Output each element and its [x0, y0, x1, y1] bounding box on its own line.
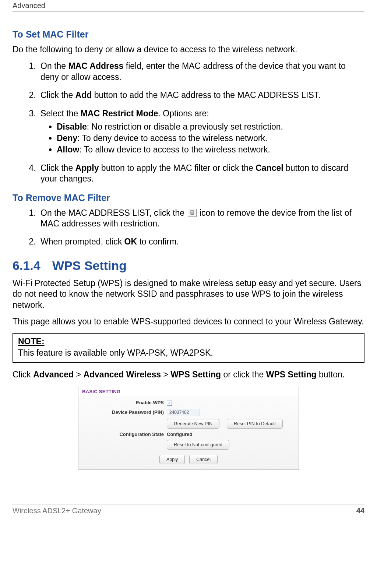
set-step-2: Click the Add button to add the MAC addr… — [38, 90, 364, 101]
options-list: Disable: No restriction or disable a pre… — [40, 121, 364, 155]
svg-rect-2 — [191, 210, 193, 211]
heading-remove-mac-filter: To Remove MAC Filter — [13, 193, 364, 203]
text: On the — [40, 61, 68, 71]
text: On the MAC ADDRESS LIST, click the — [40, 208, 187, 218]
bold: OK — [124, 237, 137, 246]
page-footer: Wireless ADSL2+ Gateway 44 — [13, 504, 364, 520]
bold: Advanced — [33, 370, 74, 379]
text: button to add the MAC address to the MAC… — [92, 90, 320, 100]
heading-wps-setting: 6.1.4WPS Setting — [13, 258, 364, 273]
bold: Disable — [57, 122, 87, 131]
text: Click the — [40, 90, 75, 100]
text: When prompted, click — [40, 237, 124, 246]
note-box: NOTE: This feature is available only WPA… — [13, 333, 364, 363]
apply-button[interactable]: Apply — [159, 455, 185, 464]
text: to confirm. — [137, 237, 179, 246]
reset-not-configured-button[interactable]: Reset to Not-configured — [167, 440, 229, 450]
wps-para-1: Wi-Fi Protected Setup (WPS) is designed … — [13, 278, 364, 310]
set-step-4: Click the Apply button to apply the MAC … — [38, 163, 364, 184]
bold: Cancel — [256, 163, 283, 173]
remove-step-1: On the MAC ADDRESS LIST, click the icon … — [38, 208, 364, 229]
text: > — [161, 370, 170, 379]
set-step-1: On the MAC Address field, enter the MAC … — [38, 61, 364, 82]
config-state-label: Configuration State — [82, 432, 167, 437]
footer-page-number: 44 — [356, 507, 364, 515]
panel-title: BASIC SETTING — [78, 386, 299, 396]
trash-icon — [188, 209, 197, 217]
text: Click the — [40, 163, 75, 173]
bold: Deny — [57, 133, 77, 143]
generate-new-pin-button[interactable]: Generate New PIN — [167, 419, 219, 429]
section-number: 6.1.4 — [13, 258, 52, 273]
text: Select the — [40, 109, 81, 118]
option-allow: Allow: To allow device to access to the … — [57, 144, 364, 155]
wps-nav-path: Click Advanced > Advanced Wireless > WPS… — [13, 369, 364, 380]
text: button. — [317, 370, 345, 379]
text: button to apply the MAC filter or click … — [99, 163, 256, 173]
option-disable: Disable: No restriction or disable a pre… — [57, 121, 364, 133]
set-step-3: Select the MAC Restrict Mode. Options ar… — [38, 108, 364, 155]
wps-panel-screenshot: BASIC SETTING Enable WPS ✓ Device Passwo… — [78, 386, 299, 470]
bold: WPS Setting — [266, 370, 317, 379]
bold: Apply — [75, 163, 99, 173]
text: Click — [13, 370, 33, 379]
remove-steps: On the MAC ADDRESS LIST, click the icon … — [13, 208, 364, 247]
config-state-value: Configured — [167, 432, 192, 437]
reset-pin-default-button[interactable]: Reset PIN to Default — [227, 419, 283, 429]
text: > — [74, 370, 83, 379]
bold: MAC Address — [68, 61, 123, 71]
remove-step-2: When prompted, click OK to confirm. — [38, 236, 364, 247]
bold: Allow — [57, 145, 79, 154]
text: : To allow device to access to the wirel… — [79, 145, 270, 154]
wps-para-2: This page allows you to enable WPS-suppo… — [13, 316, 364, 327]
set-intro: Do the following to deny or allow a devi… — [13, 44, 364, 55]
bold: WPS Setting — [170, 370, 221, 379]
section-title: WPS Setting — [52, 258, 127, 272]
note-label: NOTE: — [18, 337, 359, 346]
enable-wps-label: Enable WPS — [82, 400, 167, 405]
footer-doc-title: Wireless ADSL2+ Gateway — [13, 507, 101, 515]
text: or click the — [221, 370, 266, 379]
text: : No restriction or disable a previously… — [87, 122, 283, 131]
device-pin-label: Device Password (PIN) — [82, 409, 167, 415]
option-deny: Deny: To deny device to access to the wi… — [57, 133, 364, 144]
note-text: This feature is available only WPA-PSK, … — [18, 348, 359, 358]
text: . Options are: — [158, 109, 209, 118]
bold: MAC Restrict Mode — [81, 109, 158, 118]
cancel-button[interactable]: Cancel — [189, 455, 218, 464]
set-steps: On the MAC Address field, enter the MAC … — [13, 61, 364, 184]
svg-rect-1 — [190, 210, 194, 211]
bold: Add — [75, 90, 92, 100]
heading-set-mac-filter: To Set MAC Filter — [13, 29, 364, 40]
bold: Advanced Wireless — [83, 370, 161, 379]
page-header: Advanced — [13, 0, 364, 12]
enable-wps-checkbox[interactable]: ✓ — [167, 401, 172, 406]
device-pin-value: 24037402 — [167, 409, 200, 416]
text: : To deny device to access to the wirele… — [77, 133, 267, 143]
